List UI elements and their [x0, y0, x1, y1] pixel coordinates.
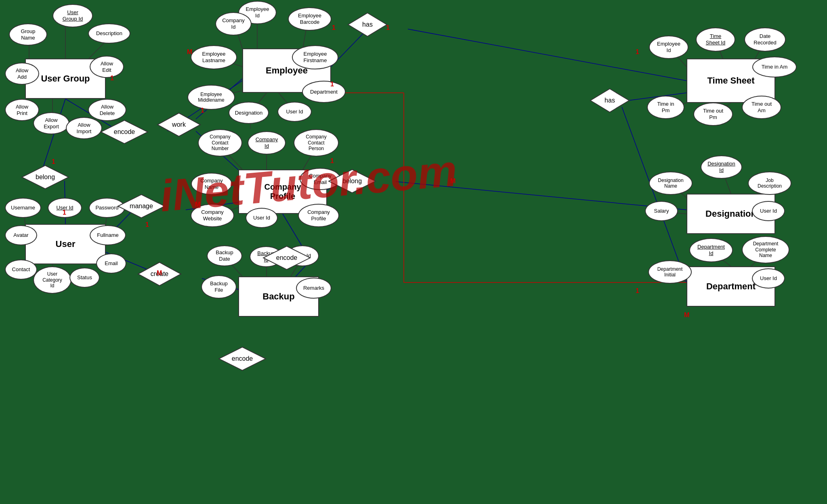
attr-dept-id: DepartmentId — [689, 238, 733, 262]
entity-label-time-sheet: Time Sheet — [707, 75, 755, 86]
svg-line-69 — [408, 29, 686, 81]
card-8: M — [157, 270, 162, 277]
attr-job-description: JobDescription — [748, 171, 791, 195]
entity-label-user: User — [56, 239, 76, 249]
entity-label-company-profile: CompanyProfile — [264, 182, 301, 201]
card-1: 1 — [110, 75, 114, 82]
attr-backup-date: BackupDate — [207, 245, 242, 266]
attr-designation-name: DesignationName — [649, 171, 693, 195]
card-10: 1 — [386, 24, 390, 31]
attr-emp-lastname: EmployeeLastname — [191, 45, 237, 69]
relationship-has2: has — [590, 88, 630, 113]
entity-label-designation: Designation — [705, 209, 756, 219]
attr-company-contact-number: CompanyContactNumber — [198, 129, 242, 157]
attr-designation-emp: Designation — [229, 102, 269, 124]
attr-allow-export: AllowExport — [33, 112, 69, 134]
card-9: 1 — [332, 24, 336, 31]
entity-label-department: Department — [706, 281, 756, 292]
attr-company-id-emp: CompanyId — [215, 12, 252, 36]
attr-contact: Contact — [5, 259, 37, 280]
card-16: M — [684, 312, 689, 319]
attr-time-out-am: Time outAm — [742, 96, 781, 119]
attr-username: Username — [5, 198, 41, 218]
svg-line-71 — [622, 107, 686, 282]
attr-description: Description — [88, 23, 130, 44]
attr-email-user: Email — [96, 253, 126, 274]
attr-date-recorded: DateRecorded — [744, 27, 786, 52]
relationship-belong2: belong — [328, 169, 376, 194]
card-5: 1 — [63, 209, 66, 216]
attr-group-name: GroupName — [9, 23, 47, 46]
attr-user-id-emp: User Id — [277, 102, 312, 122]
attr-emp-middlename: EmployeeMiddlename — [187, 85, 235, 110]
attr-user-id-cp: User Id — [246, 208, 278, 228]
attr-salary: Salary — [645, 201, 678, 221]
attr-department-emp: Department — [302, 81, 346, 103]
attr-allow-print: AllowPrint — [5, 99, 39, 121]
entity-label-user-group: User Group — [41, 73, 90, 84]
card-4: 1 — [52, 158, 55, 165]
relationship-encode3: encode — [218, 346, 267, 371]
attr-allow-edit: AllowEdit — [90, 56, 124, 78]
relationship-belong1: belong — [21, 165, 69, 190]
attr-time-in-am: Time in Am — [752, 56, 797, 77]
attr-allow-import: AllowImport — [66, 117, 102, 139]
card-3: 1 — [201, 107, 204, 114]
attr-user-id-dept: User Id — [752, 268, 785, 289]
attr-avatar: Avatar — [5, 225, 37, 245]
attr-dept-complete-name: DepartmentCompleteName — [742, 236, 789, 264]
attr-backup-file: BackupFile — [201, 275, 237, 299]
attr-user-id-desig: User Id — [752, 201, 785, 221]
attr-user-group-id: UserGroup Id — [52, 4, 93, 27]
card-2: M — [187, 48, 192, 56]
card-14: M — [450, 178, 455, 185]
attr-fullname: Fullname — [90, 225, 126, 245]
card-13: 1 — [330, 157, 334, 165]
svg-line-73 — [396, 182, 686, 210]
relationship-encode1: encode — [100, 119, 149, 144]
attr-dept-initial: DepartmentInitial — [648, 260, 692, 284]
attr-time-in-pm: Time inPm — [647, 96, 684, 119]
attr-time-out-pm: Time outPm — [693, 102, 733, 126]
relationship-encode2: encode — [262, 245, 311, 270]
entity-label-backup: Backup — [262, 291, 294, 302]
attr-allow-add: AllowAdd — [5, 63, 39, 85]
attr-allow-delete: AllowDelete — [88, 99, 126, 121]
card-12: 1 — [330, 81, 334, 88]
attr-emp-firstname: EmployeeFirstname — [292, 45, 338, 69]
attr-company-contact-person: CompanyContactPerson — [294, 129, 339, 157]
card-7: M — [195, 201, 200, 208]
attr-emp-barcode: EmployeeBarcode — [288, 7, 332, 31]
relationship-work: work — [157, 112, 201, 137]
attr-company-profile-attr: CompanyProfile — [298, 204, 339, 227]
attr-company-id-cp: CompanyId — [248, 131, 286, 155]
card-15: 1 — [636, 287, 639, 295]
attr-user-cat-id: UserCategoryId — [33, 266, 71, 294]
attr-status: Status — [69, 268, 100, 288]
relationship-has1: has — [347, 12, 388, 37]
attr-remarks: Remarks — [296, 278, 332, 299]
card-6: 1 — [145, 221, 149, 228]
attr-designation-id: DesignationId — [701, 155, 742, 179]
relationship-manage: manage — [117, 194, 166, 219]
attr-company-name: CompanyName — [191, 173, 232, 195]
attr-emp-id-ts: EmployeeId — [649, 36, 688, 59]
card-11: 1 — [636, 48, 639, 56]
attr-time-sheet-id: TimeSheet Id — [696, 27, 735, 52]
